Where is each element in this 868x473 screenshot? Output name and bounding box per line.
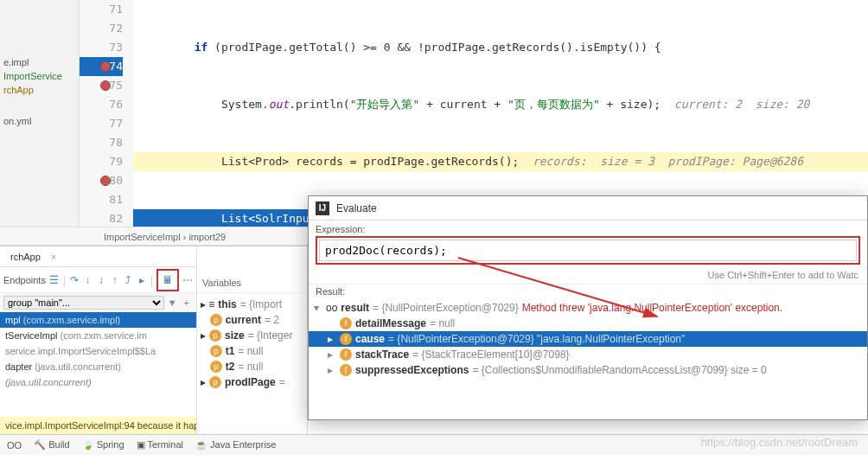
project-strip: e.impl ImportService rchApp on.yml [0, 0, 80, 227]
dialog-title: Evaluate [336, 202, 377, 214]
step-out-icon[interactable]: ↑ [110, 272, 120, 288]
step-into-icon[interactable]: ↓ [82, 272, 93, 288]
expression-input[interactable] [319, 240, 857, 261]
stack-frame[interactable]: dapter (java.util.concurrent) [0, 359, 196, 374]
shortcut-hint: Use Ctrl+Shift+Enter to add to Watc [309, 270, 867, 284]
file-entry[interactable]: rchApp [0, 83, 79, 97]
code-editor[interactable]: if (prodIPage.getTotal() >= 0 && !prodIP… [133, 0, 868, 227]
bottom-item[interactable]: OO [7, 440, 22, 451]
thread-selector[interactable]: group "main"... [3, 296, 164, 310]
warning-bar: vice.impl.ImportServiceImpl:94 because i… [0, 417, 196, 434]
bottom-item[interactable]: ☕ Java Enterprise [195, 439, 277, 451]
stack-frame[interactable]: tServiceImpl (com.zxm.service.im [0, 328, 196, 343]
stack-frame[interactable]: (java.util.concurrent) [0, 374, 196, 390]
filter-icon[interactable]: ▼ [164, 297, 181, 308]
result-label: Result: [309, 284, 867, 298]
variable-row[interactable]: ▸ p prodIPage = [201, 374, 303, 390]
line-gutter[interactable]: 71 72 73 74 75 76 77 78 79 80 81 82 [80, 0, 133, 227]
tree-row-selected[interactable]: ▸f cause = {NullPointerException@7029} "… [309, 331, 867, 347]
evaluate-icon[interactable]: 🖩 [160, 272, 176, 288]
bottom-item[interactable]: ▣ Terminal [137, 439, 183, 451]
run-to-cursor-icon[interactable]: ▸ [137, 272, 147, 288]
breakpoint-icon[interactable] [100, 176, 111, 186]
variable-row[interactable]: p t2 = null [201, 359, 303, 374]
debug-toolbar: Endpoints ☰ | ↷ ↓ ↓ ↑ ⤴ ▸ | 🖩 ⋯ [0, 267, 196, 293]
stack-frame[interactable]: mpl (com.zxm.service.impl) [0, 312, 196, 328]
add-icon[interactable]: + [181, 297, 193, 308]
drop-frame-icon[interactable]: ⤴ [124, 272, 134, 288]
variable-row[interactable]: ▸ p size = {Integer [201, 328, 303, 343]
close-icon[interactable]: × [51, 252, 56, 262]
expression-label: Expression: [309, 221, 867, 234]
result-tree[interactable]: ▾ oo result = {NullPointerException@7029… [309, 298, 867, 419]
variable-row[interactable]: p current = 2 [201, 312, 303, 328]
file-entry[interactable]: ImportService [0, 69, 79, 83]
bottom-item[interactable]: 🔨 Build [34, 439, 70, 451]
intellij-icon: IJ [316, 201, 329, 215]
more-icon[interactable]: ⋯ [182, 272, 193, 288]
layout-icon[interactable]: ☰ [49, 272, 60, 288]
step-over-icon[interactable]: ↷ [69, 272, 80, 288]
evaluate-dialog: IJ Evaluate Expression: Use Ctrl+Shift+E… [308, 195, 868, 420]
bottom-item[interactable]: 🍃 Spring [82, 439, 124, 451]
file-entry[interactable]: e.impl [0, 55, 79, 69]
endpoints-label[interactable]: Endpoints [3, 275, 46, 285]
variables-header: Variables [197, 246, 307, 293]
file-entry[interactable]: on.yml [0, 114, 79, 128]
breakpoint-icon[interactable] [100, 61, 111, 72]
variable-row[interactable]: ▸ ≡ this = {Import [201, 297, 303, 312]
breakpoint-icon[interactable] [100, 80, 111, 91]
variable-row[interactable]: p t1 = null [201, 343, 303, 359]
debug-tab[interactable]: rchApp [5, 250, 46, 264]
bottom-toolbar: OO 🔨 Build 🍃 Spring ▣ Terminal ☕ Java En… [0, 434, 868, 455]
stack-frame[interactable]: service.impl.ImportServiceImpl$$La [0, 343, 196, 359]
force-step-icon[interactable]: ↓ [96, 272, 106, 288]
